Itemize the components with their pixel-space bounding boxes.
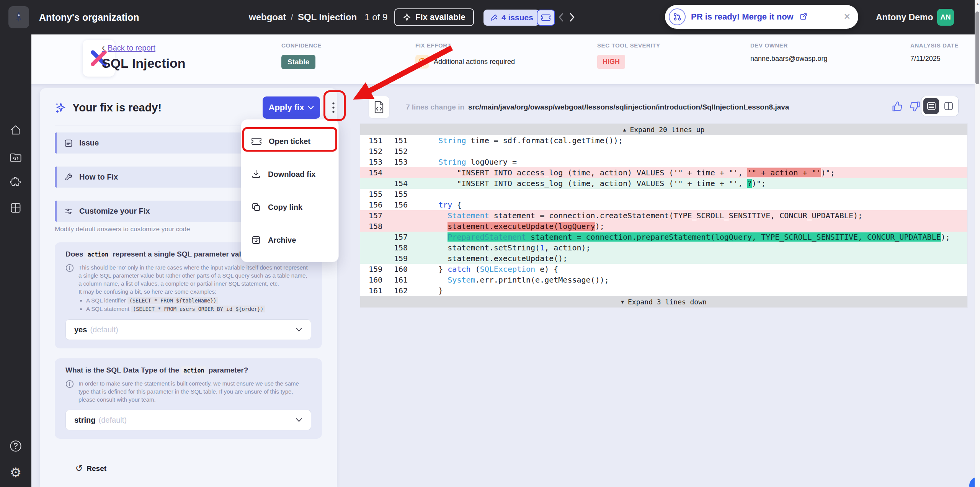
select-value: yes <box>74 325 87 334</box>
question-card-2: What is the SQL Data Type of the action … <box>55 358 322 439</box>
breadcrumb-separator: / <box>291 12 293 23</box>
more-actions-button[interactable] <box>328 96 339 119</box>
sliders-icon <box>64 207 73 216</box>
chevron-down-icon <box>308 106 314 110</box>
file-button[interactable] <box>368 96 390 119</box>
scroll-up-arrow[interactable]: ▲ <box>976 2 980 6</box>
actions-menu: Open ticket Download fix Copy link Archi… <box>241 119 339 262</box>
unified-view-button[interactable] <box>923 98 939 114</box>
diff-row: 159160 } catch (SQLException e) { <box>360 264 967 275</box>
thumbs-down-icon[interactable] <box>909 100 921 113</box>
meta-label: DEV OWNER <box>750 42 827 49</box>
meta-label: ANALYSIS DATE <box>910 42 959 49</box>
app: Antony's organization webgoat / SQL Inje… <box>0 0 980 487</box>
diff-row: 159 statement.executeUpdate(); <box>360 253 967 264</box>
chevron-right-icon[interactable] <box>569 13 576 22</box>
expand-down-label: Expand 3 lines down <box>628 298 707 306</box>
menu-item-open-ticket[interactable]: Open ticket <box>241 125 338 158</box>
breadcrumb-page: SQL Injection <box>298 12 357 23</box>
home-icon <box>10 124 22 136</box>
select-hint: (default) <box>90 325 118 334</box>
unified-view-icon <box>927 102 936 110</box>
sidebar-item-help[interactable] <box>7 438 24 454</box>
sidebar-item-settings[interactable]: ⚙ <box>7 464 24 481</box>
issues-count-label: 4 issues <box>501 13 533 22</box>
param-chip: action <box>181 366 206 375</box>
download-icon <box>251 169 261 179</box>
diff-view-toggle <box>921 96 959 116</box>
section-issue-label: Issue <box>79 139 99 147</box>
diff-row: 151151 String time = sdf.format(cal.getT… <box>360 135 967 146</box>
sidebar-item-integrations[interactable] <box>7 174 24 191</box>
sidebar-item-home[interactable] <box>7 122 24 139</box>
file-path: src/main/java/org/owasp/webgoat/lessons/… <box>468 103 789 111</box>
scrollbar[interactable]: ▲ <box>975 0 980 487</box>
breadcrumb-repo[interactable]: webgoat <box>249 12 286 23</box>
code-folder-icon <box>9 152 22 163</box>
split-view-button[interactable] <box>941 98 956 114</box>
avatar[interactable]: AN <box>937 9 954 26</box>
reset-icon: ↺ <box>75 463 83 474</box>
diff-row: 161162 } <box>360 285 967 296</box>
sql-example-chip: (SELECT * FROM users ORDER BY id ${order… <box>131 306 265 312</box>
chevron-left-icon[interactable] <box>557 13 564 22</box>
sidebar-item-repositories[interactable] <box>7 149 24 166</box>
confidence-badge: Stable <box>281 55 315 69</box>
app-logo[interactable] <box>8 6 29 28</box>
diff-row: 158 statement.executeUpdate(logQuery); <box>360 221 967 232</box>
scrollbar-thumb[interactable] <box>975 11 979 84</box>
meta-fix-effort: FIX EFFORT Additional actions required <box>415 42 515 69</box>
meta-confidence: CONFIDENCE Stable <box>281 42 322 69</box>
external-link-icon[interactable] <box>799 13 807 21</box>
user-name[interactable]: Antony Demo <box>876 0 933 34</box>
diff-row: 152152 <box>360 146 967 157</box>
fix-ready-label: Your fix is ready! <box>72 101 162 114</box>
menu-item-copy-link[interactable]: Copy link <box>241 191 338 224</box>
org-name: Antony's organization <box>39 0 139 34</box>
menu-item-download-fix[interactable]: Download fix <box>241 158 338 191</box>
info-example: A SQL statement (SELECT * FROM users ORD… <box>86 305 311 313</box>
back-to-report-link[interactable]: ‹ Back to report <box>102 43 155 53</box>
copy-icon <box>251 202 261 212</box>
answer-select-1[interactable]: yes (default) <box>65 319 311 340</box>
info-example: A SQL identifier (SELECT * FROM ${tableN… <box>86 296 311 305</box>
kebab-menu-icon <box>332 102 335 113</box>
diff-row: 158 statement.setString(1, action); <box>360 242 967 253</box>
wrench-icon <box>64 173 73 182</box>
menu-item-archive[interactable]: Archive <box>241 224 338 257</box>
triangle-up-icon: ▲ <box>623 127 626 132</box>
fix-effort-value: Additional actions required <box>434 58 515 66</box>
reset-button[interactable]: ↺ Reset <box>75 463 322 474</box>
triangle-down-icon: ▼ <box>621 299 624 305</box>
close-icon[interactable]: ✕ <box>844 12 851 22</box>
diff-row: 157 Statement statement = connection.cre… <box>360 210 967 221</box>
menu-item-label: Open ticket <box>269 137 310 146</box>
thumbs-up-icon[interactable] <box>891 100 903 113</box>
section-how-to-fix-label: How to Fix <box>79 173 118 181</box>
answer-select-2[interactable]: string (default) <box>65 410 311 430</box>
sidebar-item-dashboard[interactable] <box>7 199 24 216</box>
menu-item-label: Copy link <box>268 203 302 212</box>
apply-fix-label: Apply fix <box>269 103 304 113</box>
meta-analysis-date: ANALYSIS DATE 7/11/2025 <box>910 42 959 63</box>
back-link-label: Back to report <box>108 44 155 52</box>
notification-text: PR is ready! Merge it now <box>691 12 794 22</box>
expand-up-button[interactable]: ▲ Expand 20 lines up <box>360 124 967 135</box>
top-bar: Antony's organization webgoat / SQL Inje… <box>0 0 980 34</box>
apply-fix-button[interactable]: Apply fix <box>263 96 320 119</box>
meta-severity: SEC TOOL SEVERITY HIGH <box>597 42 660 69</box>
fix-available-button[interactable]: Fix available <box>394 8 474 26</box>
gear-icon: ⚙ <box>10 466 21 479</box>
question-1-info: This should be 'no' only in the rare cas… <box>65 263 311 313</box>
pr-ready-notification[interactable]: PR is ready! Merge it now ✕ <box>665 5 858 29</box>
document-icon <box>64 139 73 148</box>
question-2: What is the SQL Data Type of the action … <box>65 366 311 374</box>
grid-icon <box>10 202 22 214</box>
issues-button[interactable]: 4 issues <box>483 10 539 26</box>
page-title: SQL Injection <box>102 56 186 71</box>
expand-down-button[interactable]: ▼ Expand 3 lines down <box>360 296 967 307</box>
meta-label: CONFIDENCE <box>281 42 322 49</box>
ticket-button[interactable] <box>537 10 555 26</box>
pen-sparkle-icon <box>490 13 498 22</box>
severity-badge: HIGH <box>597 55 625 69</box>
